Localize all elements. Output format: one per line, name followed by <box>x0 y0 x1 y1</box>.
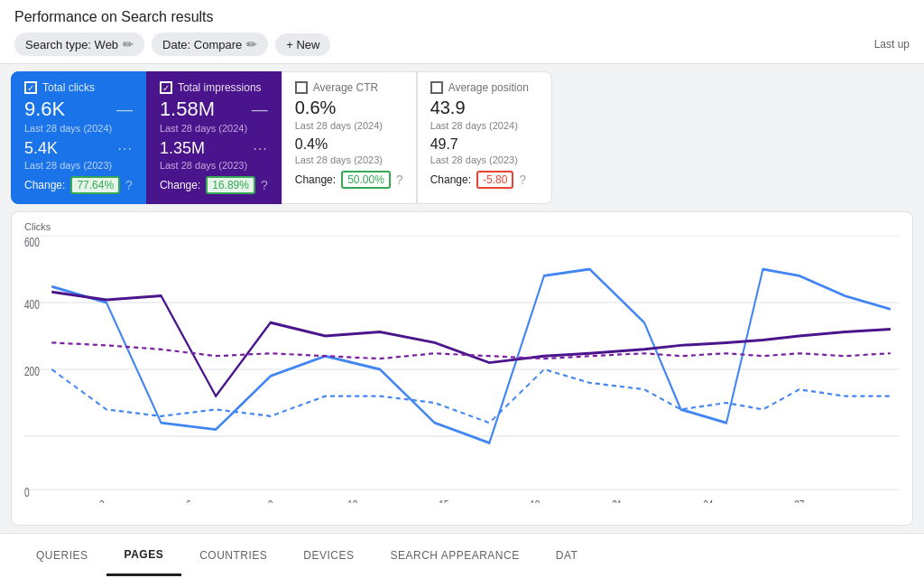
metric-label-impressions: Total impressions <box>178 81 262 94</box>
svg-text:12: 12 <box>347 499 357 503</box>
metric-value2-row-impressions: 1.35M ··· <box>160 139 268 158</box>
change-row-position: Change: -5.80 ? <box>430 171 539 189</box>
main-chart-svg: 600 400 200 0 3 6 9 12 <box>24 236 900 503</box>
metric-period1-impressions: Last 28 days (2024) <box>160 123 268 134</box>
change-label-impressions: Change: <box>160 179 200 191</box>
svg-text:21: 21 <box>612 499 622 503</box>
metric-period2-position: Last 28 days (2023) <box>430 154 539 165</box>
date-filter[interactable]: Date: Compare ✏ <box>152 33 268 56</box>
metric-period2-ctr: Last 28 days (2023) <box>295 154 403 165</box>
metric-value2-position: 49.7 <box>430 136 458 153</box>
svg-text:600: 600 <box>24 236 40 249</box>
search-type-filter[interactable]: Search type: Web ✏ <box>14 33 144 56</box>
chart-container: Clicks 600 400 200 0 <box>11 211 913 526</box>
content-area: Total clicks 9.6K — Last 28 days (2024) … <box>0 64 924 533</box>
svg-text:200: 200 <box>24 365 40 379</box>
svg-text:400: 400 <box>24 298 40 312</box>
svg-text:27: 27 <box>794 499 804 503</box>
tab-queries[interactable]: QUERIES <box>18 536 106 576</box>
metric-value-row-clicks: 9.6K — <box>24 98 133 121</box>
edit-icon: ✏ <box>123 37 134 51</box>
metric-header-ctr: Average CTR <box>295 81 403 94</box>
metric-header-impressions: Total impressions <box>160 81 268 94</box>
metric-value2-impressions: 1.35M <box>160 139 205 158</box>
metric-card-total-clicks[interactable]: Total clicks 9.6K — Last 28 days (2024) … <box>11 71 146 204</box>
filter-bar: Search type: Web ✏ Date: Compare ✏ + New… <box>14 33 910 56</box>
metric-period1-position: Last 28 days (2024) <box>430 120 539 131</box>
date-label: Date: Compare <box>162 38 242 51</box>
edit-icon-date: ✏ <box>246 37 257 51</box>
change-label-ctr: Change: <box>295 173 336 186</box>
metric-value2-ctr: 0.4% <box>295 136 328 153</box>
svg-text:3: 3 <box>99 499 105 503</box>
help-icon-impressions[interactable]: ? <box>261 178 268 192</box>
metric-value2-row-clicks: 5.4K ··· <box>24 139 133 158</box>
metric-period2-clicks: Last 28 days (2023) <box>24 160 133 171</box>
change-row-impressions: Change: 16.89% ? <box>160 176 268 194</box>
metric-card-total-impressions[interactable]: Total impressions 1.58M — Last 28 days (… <box>146 71 282 204</box>
page-wrapper: Performance on Search results Search typ… <box>0 0 924 578</box>
metric-value1-ctr: 0.6% <box>295 98 337 118</box>
help-icon-position[interactable]: ? <box>519 172 526 187</box>
metric-value1-position: 43.9 <box>430 98 466 118</box>
metric-value2-row-ctr: 0.4% <box>295 136 403 153</box>
svg-text:6: 6 <box>186 499 191 503</box>
metric-dash-impressions: — <box>252 100 268 119</box>
metric-card-avg-position[interactable]: Average position 43.9 Last 28 days (2024… <box>417 71 552 204</box>
metrics-row: Total clicks 9.6K — Last 28 days (2024) … <box>11 71 913 204</box>
metric-header-clicks: Total clicks <box>24 81 133 94</box>
metric-label-ctr: Average CTR <box>313 81 378 94</box>
tab-pages[interactable]: PAGES <box>106 536 182 576</box>
svg-text:9: 9 <box>268 499 273 503</box>
metric-value2-row-position: 49.7 <box>430 136 539 153</box>
metric-dots-clicks: ··· <box>118 141 133 157</box>
change-row-clicks: Change: 77.64% ? <box>24 176 133 194</box>
metric-value-row-impressions: 1.58M — <box>160 98 268 121</box>
metric-value1-clicks: 9.6K <box>24 98 65 121</box>
change-badge-ctr: 50.00% <box>341 171 391 189</box>
search-type-label: Search type: Web <box>25 38 118 51</box>
metric-header-position: Average position <box>430 81 539 94</box>
svg-text:24: 24 <box>703 499 713 503</box>
metric-checkbox-position[interactable] <box>430 81 443 94</box>
help-icon-clicks[interactable]: ? <box>125 178 133 192</box>
change-badge-clicks: 77.64% <box>70 176 120 194</box>
bottom-tabs: QUERIES PAGES COUNTRIES DEVICES SEARCH A… <box>0 533 924 578</box>
metric-dots-impressions: ··· <box>253 141 267 157</box>
metric-period2-impressions: Last 28 days (2023) <box>160 160 268 171</box>
svg-text:15: 15 <box>439 499 448 503</box>
change-label-clicks: Change: <box>24 179 65 191</box>
change-label-position: Change: <box>430 173 471 186</box>
tab-devices[interactable]: DEVICES <box>285 536 372 576</box>
metric-period1-ctr: Last 28 days (2024) <box>295 120 403 131</box>
header: Performance on Search results Search typ… <box>0 0 924 64</box>
new-button-label: + New <box>286 38 319 51</box>
change-badge-impressions: 16.89% <box>206 176 255 194</box>
tab-date[interactable]: DAT <box>538 536 596 576</box>
metric-checkbox-ctr[interactable] <box>295 81 308 94</box>
new-button[interactable]: + New <box>275 33 330 56</box>
metric-dash-clicks: — <box>116 100 133 119</box>
metric-checkbox-clicks[interactable] <box>24 81 37 94</box>
tab-search-appearance[interactable]: SEARCH APPEARANCE <box>373 536 538 576</box>
svg-text:0: 0 <box>24 485 30 499</box>
metric-value2-clicks: 5.4K <box>24 139 58 158</box>
svg-text:18: 18 <box>530 499 540 503</box>
metric-label-clicks: Total clicks <box>42 81 95 94</box>
change-badge-position: -5.80 <box>476 171 513 189</box>
help-icon-ctr[interactable]: ? <box>396 172 403 187</box>
metric-value-row-ctr: 0.6% <box>295 98 403 118</box>
chart-y-label: Clicks <box>24 221 900 232</box>
metric-value1-impressions: 1.58M <box>160 98 215 121</box>
metric-card-avg-ctr[interactable]: Average CTR 0.6% Last 28 days (2024) 0.4… <box>282 71 417 204</box>
metric-value-row-position: 43.9 <box>430 98 539 118</box>
metric-label-position: Average position <box>448 81 529 94</box>
last-update: Last up <box>874 38 910 51</box>
change-row-ctr: Change: 50.00% ? <box>295 171 403 189</box>
page-title: Performance on Search results <box>14 9 910 25</box>
metric-period1-clicks: Last 28 days (2024) <box>24 123 133 134</box>
metric-checkbox-impressions[interactable] <box>160 81 172 94</box>
tab-countries[interactable]: COUNTRIES <box>181 536 285 576</box>
chart-area: 600 400 200 0 3 6 9 12 <box>24 236 900 503</box>
